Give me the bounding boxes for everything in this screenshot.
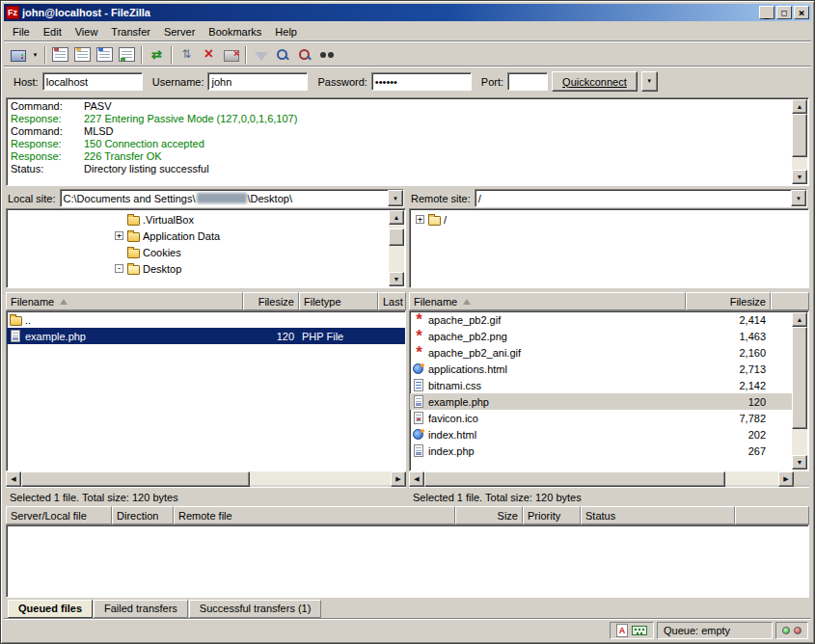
maximize-button[interactable] (776, 6, 792, 19)
scroll-thumb[interactable] (424, 471, 725, 487)
quickconnect-bar: Host: Username: Password: Port: Quickcon… (4, 67, 811, 95)
local-tree-scrollbar[interactable] (389, 210, 404, 286)
file-row[interactable]: apache_pb2_ani.gif 2,160 (410, 344, 793, 361)
file-row[interactable]: index.php 267 (410, 443, 793, 459)
column-header-status[interactable]: Status (581, 506, 735, 524)
menu-transfer[interactable]: Transfer (104, 24, 157, 40)
scroll-track[interactable] (792, 327, 807, 455)
file-row[interactable]: favicon.ico 7,782 (410, 410, 793, 426)
tree-expander-icon[interactable]: - (115, 264, 123, 273)
column-header-server-local-file[interactable]: Server/Local file (6, 506, 112, 524)
toggle-local-tree-button[interactable] (71, 44, 94, 66)
column-header-last-modified[interactable]: Last modified (378, 292, 406, 310)
column-header-filesize[interactable]: Filesize (243, 292, 299, 310)
minimize-button[interactable] (759, 6, 774, 19)
menu-bookmarks[interactable]: Bookmarks (202, 24, 268, 40)
scroll-up-icon[interactable] (389, 210, 404, 225)
filter-button[interactable] (250, 44, 272, 66)
tree-row[interactable]: + / (410, 211, 808, 228)
column-header-remote-file[interactable]: Remote file (174, 506, 455, 524)
tree-row[interactable]: + Application Data (7, 228, 405, 244)
toggle-queue-button[interactable] (116, 44, 138, 66)
file-row-selected[interactable]: example.php 120 (410, 393, 793, 410)
host-input[interactable] (42, 72, 143, 91)
password-input[interactable] (371, 72, 472, 91)
column-header-direction[interactable]: Direction (112, 506, 174, 524)
tree-row[interactable]: Cookies (7, 244, 405, 260)
quickconnect-button[interactable]: Quickconnect (552, 71, 638, 92)
cancel-transfer-button[interactable] (198, 44, 220, 66)
menu-file[interactable]: File (6, 24, 37, 40)
file-row[interactable]: apache_pb2.png 1,463 (410, 328, 793, 344)
close-button[interactable] (794, 6, 809, 19)
local-path-dropdown-icon[interactable] (388, 190, 403, 206)
column-header-filetype[interactable]: Filetype (299, 292, 378, 310)
scroll-left-icon[interactable] (6, 471, 21, 487)
queue-list[interactable] (6, 524, 809, 598)
local-path-combobox[interactable]: C:\Documents and Settings\\Desktop\ (60, 189, 404, 207)
scroll-thumb[interactable] (389, 228, 404, 246)
scroll-thumb[interactable] (21, 471, 250, 487)
speed-limit-indicator-icon[interactable] (632, 626, 647, 635)
scroll-down-icon[interactable] (389, 272, 404, 286)
column-header-filename[interactable]: Filename (409, 292, 686, 310)
column-header-size[interactable]: Size (455, 506, 523, 524)
toggle-remote-tree-button[interactable] (94, 44, 116, 66)
scroll-track[interactable] (424, 471, 778, 487)
remote-list-scrollbar[interactable] (792, 312, 807, 470)
local-horizontal-scrollbar[interactable] (6, 471, 406, 487)
port-input[interactable] (507, 72, 548, 91)
scroll-track[interactable] (389, 225, 404, 272)
file-row[interactable]: bitnami.css 2,142 (410, 377, 793, 393)
scroll-thumb[interactable] (792, 114, 807, 157)
scroll-thumb[interactable] (792, 327, 807, 429)
scroll-up-icon[interactable] (792, 312, 807, 327)
compare-button[interactable] (272, 44, 294, 66)
scroll-track[interactable] (792, 114, 807, 170)
log-scrollbar[interactable] (792, 99, 807, 184)
menu-help[interactable]: Help (268, 24, 304, 40)
tab-failed-transfers[interactable]: Failed transfers (94, 600, 188, 618)
site-manager-button[interactable] (7, 44, 29, 66)
data-type-indicator-icon[interactable] (616, 624, 628, 637)
file-row[interactable]: apache_pb2.gif 2,414 (410, 311, 793, 328)
file-row-updir[interactable]: .. (7, 311, 405, 328)
scroll-track[interactable] (21, 471, 391, 487)
tree-row[interactable]: .VirtualBox (7, 211, 405, 228)
menu-view[interactable]: View (68, 24, 105, 40)
remote-horizontal-scrollbar[interactable] (409, 471, 809, 487)
scroll-down-icon[interactable] (792, 170, 807, 184)
php-file-icon (10, 329, 25, 343)
disconnect-button[interactable] (220, 44, 242, 66)
file-row[interactable]: index.html 202 (410, 426, 793, 443)
sync-browsing-button[interactable] (294, 44, 316, 66)
tab-queued-files[interactable]: Queued files (8, 600, 93, 618)
toggle-log-button[interactable] (49, 44, 71, 66)
scroll-down-icon[interactable] (792, 455, 807, 470)
menu-edit[interactable]: Edit (37, 24, 68, 40)
quickconnect-dropdown-button[interactable] (641, 71, 658, 92)
remote-path-dropdown-icon[interactable] (791, 190, 806, 206)
process-queue-button[interactable] (176, 44, 198, 66)
scroll-left-icon[interactable] (409, 471, 424, 487)
scroll-up-icon[interactable] (792, 99, 807, 114)
tab-successful-transfers[interactable]: Successful transfers (1) (189, 600, 322, 618)
column-header-priority[interactable]: Priority (523, 506, 581, 524)
file-row[interactable]: applications.html 2,713 (410, 361, 793, 377)
remote-path-combobox[interactable]: / (475, 189, 807, 207)
tree-expander-icon[interactable]: + (115, 231, 123, 240)
menu-server[interactable]: Server (157, 24, 202, 40)
password-label: Password: (317, 76, 367, 88)
scroll-right-icon[interactable] (391, 471, 406, 487)
username-input[interactable] (207, 72, 308, 91)
refresh-button[interactable] (146, 44, 168, 66)
column-header-filesize[interactable]: Filesize (686, 292, 771, 310)
tree-row[interactable]: - Desktop (7, 260, 405, 277)
scroll-right-icon[interactable] (778, 471, 794, 487)
tree-expander-icon[interactable]: + (416, 215, 424, 224)
site-manager-dropdown-button[interactable] (29, 44, 41, 66)
column-header-filename[interactable]: Filename (6, 292, 243, 310)
file-row-selected[interactable]: example.php 120 PHP File (7, 328, 405, 344)
title-bar[interactable]: Fz john@localhost - FileZilla (4, 4, 811, 21)
find-files-button[interactable] (316, 44, 339, 66)
